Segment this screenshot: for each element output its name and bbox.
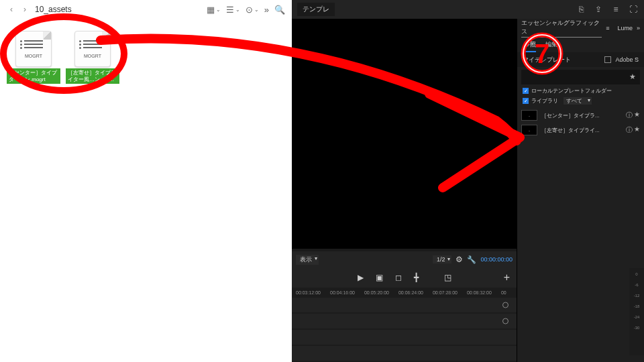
star-icon[interactable]: ★ [634, 111, 640, 120]
template-list: ［センター］タイプラ... ⓘ★ ［左寄せ］タイプライ... ⓘ★ [517, 106, 644, 139]
wrench-icon[interactable]: 🔧 [467, 255, 476, 264]
tab-edit[interactable]: 編集 [545, 40, 557, 52]
panel-title: エッセンシャルグラフィックス [521, 19, 602, 38]
program-monitor[interactable] [292, 19, 517, 249]
transport-bar: ▶ ▣ ◻ ╋ ◳ + [292, 267, 517, 288]
info-icon[interactable]: ⓘ [626, 125, 633, 135]
editor-app: テンプレ ⎘ ⇪ ≡ ⛶ 表示 1/2 ⚙ 🔧 00:00:00:00 ▶ ▣ … [292, 0, 644, 362]
info-icon[interactable]: ⓘ [626, 111, 633, 120]
marker-icon[interactable]: ╋ [414, 273, 419, 282]
finder-window: ‹ › 10_assets ▦⌄ ☰⌄ ⊙⌄ » 🔍 MOGRT ［センター］タ… [0, 0, 292, 362]
template-item[interactable]: ［センター］タイプラ... ⓘ★ [521, 110, 640, 121]
action-icon[interactable]: ⊙⌄ [246, 5, 259, 15]
display-mode-dropdown[interactable]: 表示 [296, 255, 319, 265]
track-row[interactable] [292, 298, 517, 312]
adobe-stock-checkbox[interactable] [604, 56, 611, 63]
forward-button[interactable]: › [20, 5, 30, 14]
more-icon[interactable]: » [264, 5, 269, 15]
fullscreen-icon[interactable]: ⛶ [628, 5, 639, 14]
library-checkbox[interactable]: ✓ [523, 98, 529, 104]
template-name: ［左寄せ］タイプライ... [541, 127, 622, 134]
timeline-panel[interactable]: 00:03:12:0000:04:16:0000:05:20:0000:06:2… [292, 288, 517, 362]
zoom-dropdown[interactable]: 1/2 [433, 255, 452, 263]
share-icon[interactable]: ⇪ [593, 5, 604, 14]
play-icon[interactable]: ▶ [358, 273, 364, 282]
group-icon[interactable]: ☰⌄ [226, 5, 240, 15]
adobe-stock-label: Adobe S [615, 56, 639, 63]
search-icon[interactable]: 🔍 [274, 5, 285, 15]
view-grid-icon[interactable]: ▦⌄ [207, 5, 221, 15]
template-search-input[interactable]: ★ [521, 70, 640, 84]
more-panels-icon[interactable]: » [637, 25, 640, 32]
star-icon[interactable]: ★ [634, 125, 640, 135]
track-row[interactable] [292, 330, 517, 345]
template-thumb [521, 125, 537, 135]
library-dropdown[interactable]: すべて [564, 97, 592, 105]
essential-graphics-panel: エッセンシャルグラフィックス ≡ Lume » 参照 編集 マイテンプレート A… [517, 19, 644, 362]
file-label: ［センター］タイプ ター…ン.mogrt [7, 68, 60, 84]
file-label: ［左寄せ］タイプラ イター風…ン.mo… [66, 68, 119, 84]
template-item[interactable]: ［左寄せ］タイプライ... ⓘ★ [521, 125, 640, 135]
lume-tab[interactable]: Lume [617, 25, 633, 32]
audio-meter: 0-6-12-18-24-30 [629, 268, 644, 355]
sequence-tab[interactable]: テンプレ [297, 3, 335, 16]
export-frame-icon[interactable]: ⎘ [576, 5, 586, 14]
back-button[interactable]: ‹ [7, 5, 16, 14]
panel-menu-icon[interactable]: ≡ [610, 5, 621, 14]
add-button[interactable]: + [504, 272, 510, 284]
local-folder-label: ローカルテンプレートフォルダー [531, 87, 612, 95]
settings-icon[interactable]: ⚙ [455, 255, 463, 264]
finder-toolbar: ‹ › 10_assets ▦⌄ ☰⌄ ⊙⌄ » 🔍 [0, 0, 292, 19]
template-thumb [521, 110, 537, 121]
template-name: ［センター］タイプラ... [541, 112, 622, 119]
camera-icon[interactable]: ▣ [376, 273, 383, 282]
track-row[interactable] [292, 314, 517, 328]
time-ruler[interactable]: 00:03:12:0000:04:16:0000:05:20:0000:06:2… [292, 290, 517, 298]
tab-browse[interactable]: 参照 [524, 40, 536, 52]
step-back-icon[interactable]: ◻ [395, 273, 402, 282]
file-item[interactable]: MOGRT ［左寄せ］タイプラ イター風…ン.mo… [66, 31, 119, 84]
file-grid: MOGRT ［センター］タイプ ター…ン.mogrt MOGRT ［左寄せ］タイ… [0, 19, 292, 96]
timecode-display[interactable]: 00:00:00:00 [480, 256, 513, 263]
mogrt-file-icon: MOGRT [74, 31, 111, 67]
my-templates-label[interactable]: マイテンプレート [523, 56, 571, 64]
folder-title: 10_assets [35, 5, 72, 14]
file-badge: MOGRT [25, 54, 42, 58]
library-label: ライブラリ [531, 97, 558, 105]
favorite-star-icon[interactable]: ★ [629, 72, 636, 81]
crop-icon[interactable]: ◳ [444, 273, 451, 282]
monitor-controls: 表示 1/2 ⚙ 🔧 00:00:00:00 [292, 251, 517, 267]
track-row[interactable] [292, 346, 517, 361]
file-badge: MOGRT [84, 54, 101, 58]
file-item[interactable]: MOGRT ［センター］タイプ ター…ン.mogrt [7, 31, 60, 84]
local-folder-checkbox[interactable]: ✓ [523, 88, 529, 94]
editor-topbar: テンプレ ⎘ ⇪ ≡ ⛶ [292, 0, 644, 19]
mogrt-file-icon: MOGRT [15, 31, 52, 67]
